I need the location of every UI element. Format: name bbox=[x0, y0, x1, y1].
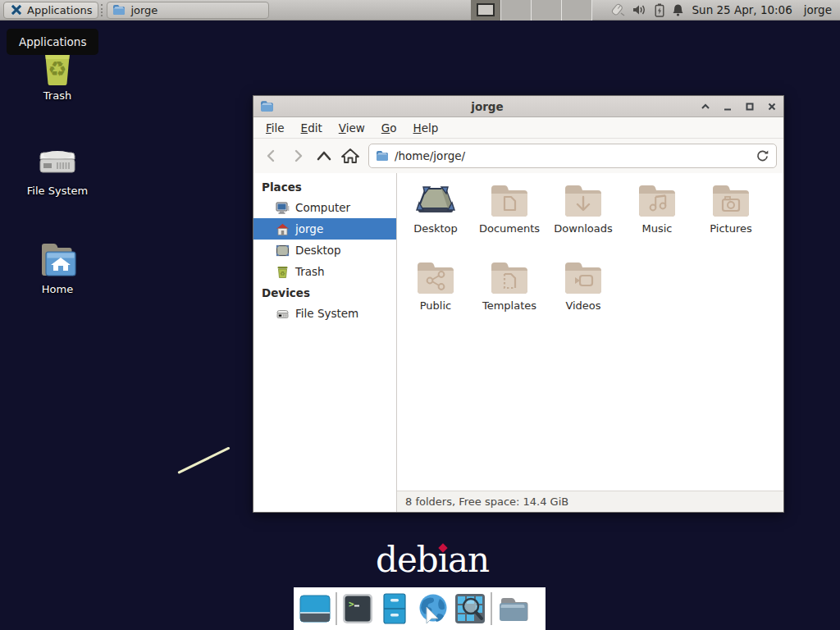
mouse-icon[interactable] bbox=[609, 2, 625, 17]
applications-icon bbox=[10, 3, 23, 16]
menu-help[interactable]: Help bbox=[406, 119, 446, 137]
titlebar[interactable]: jorge bbox=[253, 96, 783, 117]
shade-icon[interactable] bbox=[701, 102, 710, 112]
dock-separator bbox=[336, 592, 337, 625]
folder-videos-icon bbox=[562, 259, 605, 297]
file-item-videos[interactable]: Videos bbox=[546, 255, 620, 332]
system-tray bbox=[609, 2, 684, 17]
folder-public-icon bbox=[414, 259, 457, 297]
location-input[interactable]: /home/jorge/ bbox=[395, 149, 750, 162]
taskbar-window-button[interactable]: jorge bbox=[107, 2, 269, 19]
file-item-pictures[interactable]: Pictures bbox=[694, 178, 768, 255]
dock-show-desktop-button[interactable] bbox=[299, 592, 331, 625]
menu-edit[interactable]: Edit bbox=[294, 119, 330, 137]
stray-marker-line bbox=[177, 446, 230, 473]
places-header: Places bbox=[253, 176, 396, 197]
close-icon[interactable] bbox=[767, 102, 777, 112]
applications-menu-label: Applications bbox=[27, 4, 92, 16]
battery-icon[interactable] bbox=[655, 3, 664, 17]
sidebar-item-label: Desktop bbox=[295, 244, 341, 257]
back-icon bbox=[264, 148, 279, 163]
location-folder-icon bbox=[376, 150, 389, 162]
desktop-icon bbox=[276, 244, 290, 257]
main-pane: Desktop Documents bbox=[397, 173, 783, 512]
sidebar-item-computer[interactable]: Computer bbox=[253, 197, 396, 218]
workspace-3[interactable] bbox=[532, 0, 562, 21]
file-item-label: Documents bbox=[479, 222, 540, 235]
file-item-label: Templates bbox=[482, 299, 536, 312]
desktop-icon-label: Trash bbox=[43, 89, 71, 102]
home-icon bbox=[341, 148, 359, 164]
forward-icon bbox=[290, 148, 305, 163]
file-item-downloads[interactable]: Downloads bbox=[546, 178, 620, 255]
workspace-4[interactable] bbox=[562, 0, 592, 21]
window-title: jorge bbox=[274, 100, 701, 113]
notifications-bell-icon[interactable] bbox=[672, 3, 684, 16]
file-item-music[interactable]: Music bbox=[620, 178, 694, 255]
menu-file[interactable]: File bbox=[258, 119, 292, 137]
file-item-label: Desktop bbox=[413, 222, 458, 235]
terminal-icon: > bbox=[341, 592, 374, 625]
sidebar-item-trash[interactable]: ♻ Trash bbox=[253, 261, 396, 282]
menu-go[interactable]: Go bbox=[374, 119, 404, 137]
debian-logo-text-2: an bbox=[448, 540, 489, 580]
file-item-public[interactable]: Public bbox=[399, 255, 472, 332]
dock-web-browser-button[interactable] bbox=[415, 592, 450, 625]
sidebar-item-jorge[interactable]: jorge bbox=[253, 218, 396, 240]
sidebar-item-label: Computer bbox=[295, 201, 350, 214]
file-item-label: Downloads bbox=[554, 222, 612, 235]
desktop-icon-file-system[interactable]: File System bbox=[21, 141, 94, 197]
debian-logo-text-1: deb bbox=[376, 540, 438, 580]
dock-file-manager-button[interactable] bbox=[496, 592, 531, 625]
sidebar-item-file-system[interactable]: File System bbox=[253, 303, 396, 324]
folder-music-icon bbox=[636, 182, 678, 220]
debian-logo: debıan bbox=[376, 541, 489, 579]
workspace-2[interactable] bbox=[501, 0, 532, 21]
menubar: File Edit View Go Help bbox=[253, 117, 783, 139]
folder-downloads-icon bbox=[562, 182, 605, 220]
file-item-label: Pictures bbox=[710, 222, 751, 235]
workspace-1[interactable] bbox=[471, 0, 501, 21]
maximize-icon[interactable] bbox=[745, 102, 755, 112]
workspace-switcher bbox=[471, 0, 592, 21]
applications-tooltip: Applications bbox=[7, 29, 98, 55]
home-button[interactable] bbox=[339, 144, 362, 167]
panel-user-menu[interactable]: jorge bbox=[804, 3, 832, 16]
file-manager-window: jorge File Edit View Go Help bbox=[253, 95, 784, 513]
dock-terminal-button[interactable]: > bbox=[341, 592, 374, 625]
applications-menu-button[interactable]: Applications bbox=[3, 2, 98, 19]
desktop-icon-home[interactable]: Home bbox=[21, 240, 94, 295]
statusbar: 8 folders, Free space: 14.4 GiB bbox=[397, 491, 783, 512]
location-bar[interactable]: /home/jorge/ bbox=[368, 144, 777, 168]
file-cabinet-icon bbox=[378, 592, 411, 625]
back-button[interactable] bbox=[260, 144, 283, 167]
forward-button[interactable] bbox=[286, 144, 309, 167]
folder-icon bbox=[496, 592, 531, 625]
web-browser-icon bbox=[415, 592, 450, 625]
folder-icon bbox=[112, 4, 126, 16]
reload-icon[interactable] bbox=[756, 149, 769, 163]
volume-icon[interactable] bbox=[632, 3, 647, 16]
file-item-label: Public bbox=[420, 299, 451, 312]
file-item-documents[interactable]: Documents bbox=[472, 178, 546, 255]
home-folder-icon bbox=[35, 240, 80, 279]
sidebar-item-label: jorge bbox=[295, 222, 323, 235]
file-item-label: Music bbox=[642, 222, 673, 235]
desktop-icon-label: File System bbox=[27, 185, 88, 197]
desktop-icon-label: Home bbox=[42, 283, 73, 295]
dock: > bbox=[294, 587, 546, 630]
minimize-icon[interactable] bbox=[723, 102, 733, 112]
file-item-templates[interactable]: Templates bbox=[472, 255, 546, 332]
sidebar-item-label: Trash bbox=[295, 265, 325, 278]
dock-file-cabinet-button[interactable] bbox=[378, 592, 411, 625]
dock-app-finder-button[interactable] bbox=[454, 592, 486, 625]
hard-drive-icon bbox=[34, 141, 81, 180]
sidebar-item-desktop[interactable]: Desktop bbox=[253, 240, 396, 261]
debian-logo-text-i: ı bbox=[438, 540, 448, 580]
up-button[interactable] bbox=[313, 144, 336, 167]
app-finder-icon bbox=[454, 592, 486, 625]
panel-clock[interactable]: Sun 25 Apr, 10:06 bbox=[692, 3, 792, 16]
menu-view[interactable]: View bbox=[331, 119, 372, 137]
file-item-desktop[interactable]: Desktop bbox=[399, 178, 472, 255]
svg-text:>: > bbox=[349, 599, 354, 609]
